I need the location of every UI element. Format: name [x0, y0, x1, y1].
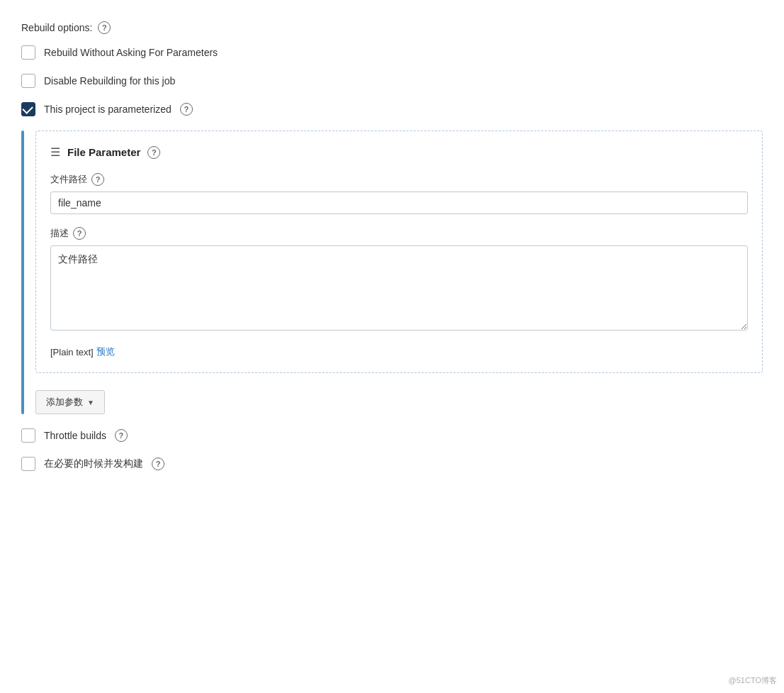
file-parameter-help-icon[interactable]: ?: [147, 146, 160, 159]
file-path-group: 文件路径 ?: [50, 173, 748, 214]
preview-link[interactable]: 预览: [96, 345, 115, 358]
parameterized-left-border: [21, 131, 24, 414]
parallel-builds-checkbox[interactable]: [21, 457, 35, 471]
disable-rebuilding-row: Disable Rebuilding for this job: [21, 74, 763, 88]
description-help-icon[interactable]: ?: [73, 227, 86, 240]
file-parameter-header: ☰ File Parameter ?: [50, 145, 748, 159]
add-param-dropdown-arrow: ▼: [87, 399, 94, 406]
file-path-help-icon[interactable]: ?: [91, 173, 104, 186]
watermark: @51CTO博客: [729, 675, 777, 686]
description-textarea[interactable]: [50, 245, 748, 331]
parameterized-content: ☰ File Parameter ? 文件路径 ? 描述 ?: [35, 131, 763, 414]
rebuild-without-params-checkbox[interactable]: [21, 45, 35, 60]
file-path-input[interactable]: [50, 192, 748, 214]
rebuild-options-label: Rebuild options: ?: [21, 21, 763, 34]
throttle-builds-checkbox[interactable]: [21, 428, 35, 443]
rebuild-without-params-label: Rebuild Without Asking For Parameters: [44, 47, 218, 58]
file-parameter-panel: ☰ File Parameter ? 文件路径 ? 描述 ?: [35, 131, 763, 373]
throttle-builds-label: Throttle builds: [44, 430, 106, 441]
throttle-builds-help-icon[interactable]: ?: [115, 429, 128, 442]
parameterized-checkbox[interactable]: [21, 102, 35, 116]
parallel-builds-row: 在必要的时候并发构建 ?: [21, 457, 763, 471]
parameterized-label: This project is parameterized: [44, 104, 172, 115]
description-label-row: 描述 ?: [50, 227, 748, 240]
parameterized-section: ☰ File Parameter ? 文件路径 ? 描述 ?: [21, 131, 763, 414]
disable-rebuilding-checkbox[interactable]: [21, 74, 35, 88]
parameterized-help-icon[interactable]: ?: [180, 103, 193, 116]
parallel-builds-label: 在必要的时候并发构建: [44, 458, 143, 470]
add-param-label: 添加参数: [46, 396, 83, 409]
description-label-text: 描述: [50, 227, 69, 240]
file-path-label-row: 文件路径 ?: [50, 173, 748, 186]
description-group: 描述 ?: [50, 227, 748, 333]
disable-rebuilding-label: Disable Rebuilding for this job: [44, 75, 175, 87]
throttle-builds-row: Throttle builds ?: [21, 428, 763, 443]
plain-text-row: [Plain text] 预览: [50, 345, 748, 358]
parameterized-row: This project is parameterized ?: [21, 102, 763, 116]
plain-text-label: [Plain text]: [50, 347, 94, 357]
drag-icon[interactable]: ☰: [50, 145, 60, 159]
file-path-label-text: 文件路径: [50, 173, 87, 186]
add-param-button[interactable]: 添加参数 ▼: [35, 390, 105, 414]
file-parameter-title: File Parameter: [67, 146, 140, 158]
rebuild-without-params-row: Rebuild Without Asking For Parameters: [21, 45, 763, 60]
parallel-builds-help-icon[interactable]: ?: [152, 458, 164, 470]
rebuild-options-help-icon[interactable]: ?: [98, 21, 111, 34]
rebuild-options-text: Rebuild options:: [21, 22, 92, 33]
